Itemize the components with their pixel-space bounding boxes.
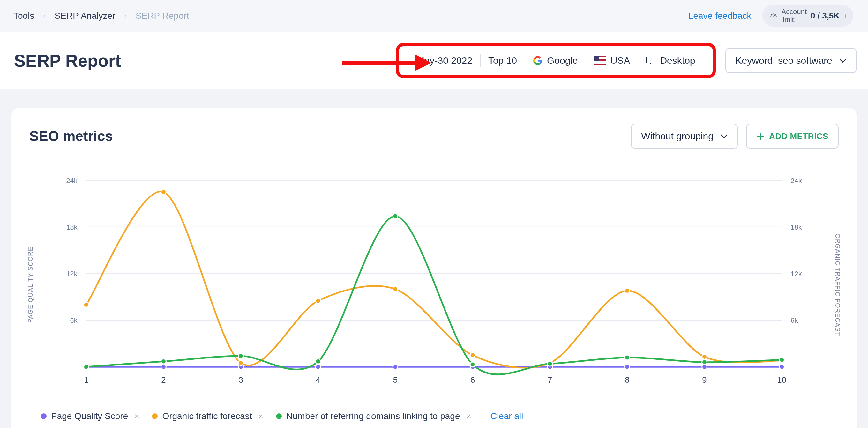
- gauge-icon: [769, 12, 778, 20]
- callout-arrow-icon: [342, 52, 431, 75]
- svg-point-62: [393, 214, 398, 219]
- svg-point-52: [393, 287, 398, 292]
- condition-device: Desktop: [638, 55, 703, 66]
- svg-rect-11: [646, 57, 655, 63]
- clear-all-button[interactable]: Clear all: [491, 411, 523, 421]
- svg-text:1: 1: [84, 375, 88, 384]
- condition-engine: Google: [525, 55, 586, 66]
- svg-rect-7: [594, 61, 606, 62]
- svg-point-61: [316, 359, 321, 364]
- grouping-selector[interactable]: Without grouping: [631, 124, 738, 149]
- legend-item-refdomains[interactable]: Number of referring domains linking to p…: [276, 411, 471, 421]
- svg-text:3: 3: [238, 375, 243, 384]
- breadcrumb: Tools › SERP Analyzer › SERP Report: [13, 11, 189, 21]
- add-metrics-button[interactable]: ADD METRICS: [746, 124, 839, 149]
- svg-point-55: [624, 288, 630, 293]
- keyword-selector[interactable]: Keyword: seo software: [725, 48, 857, 73]
- seo-metrics-card: SEO metrics Without grouping ADD METRICS…: [11, 108, 857, 428]
- svg-text:24k: 24k: [66, 177, 77, 185]
- leave-feedback-link[interactable]: Leave feedback: [688, 11, 751, 21]
- svg-point-56: [702, 354, 707, 359]
- svg-text:4: 4: [316, 375, 320, 384]
- svg-text:24k: 24k: [790, 177, 802, 185]
- svg-text:18k: 18k: [66, 223, 77, 231]
- flag-us-icon: [594, 57, 606, 65]
- chevron-right-icon: ›: [43, 12, 45, 20]
- svg-rect-10: [594, 57, 599, 61]
- breadcrumb-root[interactable]: Tools: [13, 11, 34, 21]
- svg-point-67: [779, 357, 784, 362]
- title-bar: SERP Report May-30 2022 Top 10 Google: [0, 32, 868, 89]
- svg-rect-9: [594, 63, 606, 64]
- condition-top: Top 10: [480, 55, 525, 66]
- svg-text:8: 8: [625, 375, 629, 384]
- remove-series-button[interactable]: ×: [258, 411, 263, 421]
- info-icon[interactable]: i: [845, 12, 846, 20]
- svg-text:6: 6: [470, 375, 475, 384]
- svg-point-48: [84, 302, 89, 307]
- card-header: SEO metrics Without grouping ADD METRICS: [11, 108, 857, 149]
- svg-line-0: [774, 15, 775, 16]
- breadcrumb-current: SERP Report: [135, 11, 189, 21]
- chevron-right-icon: ›: [124, 12, 127, 20]
- chevron-down-icon: [720, 134, 727, 138]
- account-limit-pill[interactable]: Account limit: 0 / 3,5K i: [763, 5, 853, 27]
- chart-right-axis-label: ORGANIC TRAFFIC FORECAST: [834, 233, 841, 336]
- condition-engine-text: Google: [547, 55, 578, 66]
- svg-text:6k: 6k: [70, 317, 78, 324]
- keyword-selector-label: Keyword: seo software: [736, 55, 832, 66]
- top-bar: Tools › SERP Analyzer › SERP Report Leav…: [0, 0, 868, 32]
- add-metrics-label: ADD METRICS: [769, 131, 829, 141]
- legend-item-pqs[interactable]: Page Quality Score ×: [41, 411, 139, 421]
- svg-text:9: 9: [702, 375, 707, 384]
- card-title: SEO metrics: [29, 128, 113, 144]
- svg-point-47: [779, 364, 784, 369]
- card-header-actions: Without grouping ADD METRICS: [631, 124, 839, 149]
- svg-point-45: [624, 364, 630, 369]
- svg-point-59: [161, 359, 166, 364]
- condition-device-text: Desktop: [660, 55, 695, 66]
- chart-svg[interactable]: 24k24k18k18k12k12k6k6k12345678910: [29, 171, 839, 398]
- conditions-group: May-30 2022 Top 10 Google: [396, 43, 857, 78]
- svg-point-63: [470, 362, 475, 367]
- svg-text:6k: 6k: [790, 317, 798, 324]
- account-limit-value: 0 / 3,5K: [811, 11, 840, 21]
- remove-series-button[interactable]: ×: [467, 411, 471, 421]
- chart: PAGE QUALITY SCORE ORGANIC TRAFFIC FOREC…: [29, 171, 839, 398]
- remove-series-button[interactable]: ×: [134, 411, 139, 421]
- svg-point-66: [702, 360, 707, 365]
- chevron-down-icon: [839, 58, 846, 63]
- svg-text:7: 7: [548, 375, 552, 384]
- legend-label: Page Quality Score: [51, 411, 128, 421]
- svg-text:10: 10: [777, 375, 786, 384]
- svg-point-60: [238, 353, 244, 359]
- svg-text:18k: 18k: [790, 223, 802, 231]
- svg-point-64: [547, 361, 552, 366]
- svg-text:2: 2: [161, 375, 166, 384]
- svg-point-39: [161, 364, 166, 369]
- svg-point-53: [470, 353, 475, 358]
- condition-country: USA: [586, 55, 638, 66]
- dot-icon: [276, 413, 282, 419]
- svg-rect-8: [594, 62, 606, 63]
- svg-point-58: [84, 364, 89, 369]
- breadcrumb-serp-analyzer[interactable]: SERP Analyzer: [55, 11, 116, 21]
- condition-top-text: Top 10: [488, 55, 517, 66]
- svg-point-49: [161, 190, 166, 195]
- topbar-right: Leave feedback Account limit: 0 / 3,5K i: [688, 5, 853, 27]
- plus-icon: [756, 132, 765, 140]
- legend-label: Organic traffic forecast: [162, 411, 252, 421]
- chart-legend: Page Quality Score × Organic traffic for…: [41, 411, 857, 421]
- legend-label: Number of referring domains linking to p…: [286, 411, 460, 421]
- legend-item-organic[interactable]: Organic traffic forecast ×: [152, 411, 263, 421]
- svg-point-65: [624, 355, 630, 360]
- svg-text:12k: 12k: [66, 270, 77, 278]
- grouping-selector-label: Without grouping: [641, 131, 714, 142]
- svg-point-42: [393, 364, 398, 369]
- dot-icon: [41, 413, 46, 419]
- svg-point-50: [238, 360, 244, 365]
- svg-text:5: 5: [393, 375, 398, 384]
- chart-left-axis-label: PAGE QUALITY SCORE: [27, 246, 34, 323]
- page-title: SERP Report: [14, 51, 121, 70]
- dot-icon: [152, 413, 158, 419]
